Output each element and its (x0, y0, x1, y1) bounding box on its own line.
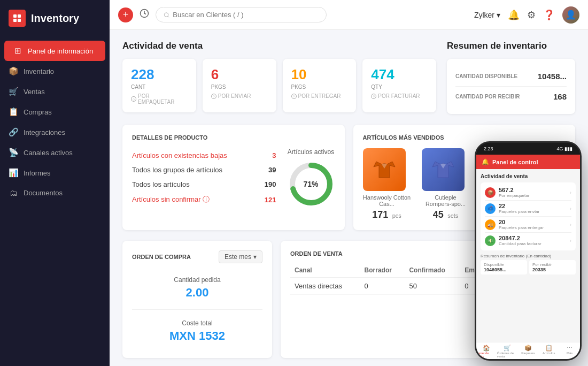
selling-item-qty-1: 45 sets (422, 209, 470, 220)
inv-label-available: CANTIDAD DISPONIBLE (455, 73, 517, 79)
stat-value-pack: 228 (131, 66, 188, 83)
svg-line-6 (168, 16, 169, 17)
pd-value-low-stock: 3 (272, 151, 276, 159)
sidebar-nav: ⊞ Panel de información 📦 Inventario 🛒 Ve… (0, 36, 110, 207)
stat-card-ship: 6 Pkgs ○ POR ENVIAR (203, 59, 276, 112)
sidebar-item-label: Documentos (24, 189, 63, 197)
sidebar-item-dashboard[interactable]: ⊞ Panel de información (4, 41, 105, 61)
selling-item-name-0: Hanswooly Cotton Cas... (363, 194, 411, 207)
main-area: + Zylker ▾ 🔔 ⚙ ❓ 👤 (110, 0, 588, 366)
stat-cards: 228 Cant ○ POR EMPAQUETAR 6 Pkgs ○ POR E… (122, 59, 436, 112)
integrations-icon: 🔗 (9, 127, 18, 137)
sales-activity-title: Actividad de venta (122, 41, 436, 51)
stat-unit-ship: Pkgs (211, 84, 268, 90)
po-cost-label: Coste total (132, 319, 262, 327)
pd-value-all: 190 (265, 180, 276, 188)
sidebar-item-integrations[interactable]: 🔗 Integraciones (0, 122, 110, 142)
product-details-card: DETALLES DE PRODUCTO Artículos con exist… (122, 125, 345, 230)
sidebar-item-label: Ventas (24, 88, 45, 96)
stat-card-deliver: 10 Pkgs ○ POR ENTREGAR (283, 59, 357, 112)
bottom-section: ORDEN DE COMPRA Este mes ▾ Cantidad pedi… (122, 241, 575, 358)
documents-icon: 🗂 (9, 188, 18, 197)
sidebar-item-reports[interactable]: 📊 Informes (0, 163, 110, 183)
user-dropdown-icon: ▾ (497, 11, 500, 19)
selling-items: Hanswooly Cotton Cas... 171 pcs (363, 148, 566, 220)
pd-value-unconfirmed: 121 (265, 196, 276, 204)
svg-rect-3 (18, 19, 21, 22)
active-items-label: Artículos activos (288, 148, 334, 156)
sidebar-item-documents[interactable]: 🗂 Documentos (0, 183, 110, 203)
sidebar-item-channels[interactable]: 📡 Canales activos (0, 142, 110, 163)
main-content: Actividad de venta 228 Cant ○ POR EMPAQU… (110, 30, 588, 366)
sidebar-item-sales[interactable]: 🛒 Ventas (0, 81, 110, 102)
channels-icon: 📡 (9, 148, 18, 157)
stat-sub-invoice: ○ POR FACTURAR (371, 93, 428, 99)
purchases-icon: 📋 (9, 107, 18, 117)
pd-label-low-stock[interactable]: Artículos con existencias bajas (132, 151, 227, 159)
top-selling-title: ARTÍCULOS MÁS VENDIDOS (363, 134, 566, 141)
user-menu[interactable]: Zylker ▾ (474, 11, 500, 19)
inventory-icon: 📦 (9, 66, 18, 76)
selling-item-1: Cutieple Rompers-spo... 45 sets (422, 148, 470, 220)
history-button[interactable] (140, 9, 149, 21)
po-filter-button[interactable]: Este mes ▾ (219, 250, 262, 263)
so-row-0: Ventas directas 0 50 0 0 (290, 278, 566, 295)
topbar: + Zylker ▾ 🔔 ⚙ ❓ 👤 (110, 0, 588, 30)
stat-value-ship: 6 (211, 66, 268, 83)
so-canal-0: Ventas directas (290, 278, 360, 295)
search-input[interactable] (173, 11, 319, 19)
stat-sub-ship: ○ POR ENVIAR (211, 93, 268, 99)
po-quantity: Cantidad pedida 2.00 (132, 271, 262, 305)
topbar-right: Zylker ▾ 🔔 ⚙ ❓ 👤 (474, 6, 579, 24)
so-title: ORDEN DE VENTA (290, 250, 566, 257)
pd-row-low-stock: Artículos con existencias bajas 3 (132, 148, 276, 163)
top-selling-card: ARTÍCULOS MÁS VENDIDOS Hanswooly Cotton … (353, 125, 576, 230)
search-bar[interactable] (156, 7, 327, 22)
so-col-borrador: Borrador (360, 263, 405, 278)
sidebar-item-inventory[interactable]: 📦 Inventario (0, 61, 110, 81)
svg-point-5 (164, 12, 168, 17)
notifications-icon[interactable]: 🔔 (508, 9, 520, 21)
add-button[interactable]: + (118, 7, 133, 22)
stat-unit-pack: Cant (131, 84, 188, 90)
po-divider (132, 309, 262, 310)
so-enviado-0: 0 (524, 278, 566, 295)
pd-right: Artículos activos 71% (287, 148, 335, 208)
inv-row-available: CANTIDAD DISPONIBLE 10458... (455, 66, 567, 87)
stat-value-deliver: 10 (291, 66, 348, 83)
selling-item-0: Hanswooly Cotton Cas... 171 pcs (363, 148, 411, 220)
help-icon[interactable]: ❓ (543, 9, 555, 21)
reports-icon: 📊 (9, 168, 18, 178)
pd-label-unconfirmed[interactable]: Artículos sin confirmar ⓘ (132, 195, 210, 204)
donut-chart: 71% (287, 160, 335, 208)
sidebar-item-label: Integraciones (24, 128, 65, 136)
user-avatar[interactable]: 👤 (562, 6, 579, 24)
so-col-confirmado: Confirmado (405, 263, 460, 278)
dashboard-icon: ⊞ (13, 46, 22, 56)
inv-value-available: 10458... (538, 72, 567, 81)
inventory-summary: Resumen de inventario CANTIDAD DISPONIBL… (447, 41, 575, 114)
po-header: ORDEN DE COMPRA Este mes ▾ (132, 250, 262, 263)
pd-row-groups: Todos los grupos de artículos 39 (132, 163, 276, 177)
mid-section: DETALLES DE PRODUCTO Artículos con exist… (122, 125, 575, 230)
inv-label-receive: CANTIDAD POR RECIBIR (455, 94, 520, 100)
po-title: ORDEN DE COMPRA (132, 254, 191, 260)
po-qty-label: Cantidad pedida (132, 276, 262, 284)
purchase-order-card: ORDEN DE COMPRA Este mes ▾ Cantidad pedi… (122, 241, 272, 358)
so-col-enviado: Enviado (524, 263, 566, 278)
sidebar-item-label: Compras (24, 108, 52, 116)
top-section: Actividad de venta 228 Cant ○ POR EMPAQU… (122, 41, 575, 114)
settings-icon[interactable]: ⚙ (527, 9, 536, 21)
selling-item-unit-1: sets (447, 212, 458, 219)
selling-item-qty-0: 171 pcs (363, 209, 411, 220)
sidebar-item-label: Panel de información (28, 47, 93, 55)
pd-row-unconfirmed: Artículos sin confirmar ⓘ 121 (132, 192, 276, 208)
sales-order-card: ORDEN DE VENTA Canal Borrador Confirmado… (281, 241, 575, 358)
donut-percent-label: 71% (303, 180, 318, 188)
sidebar-item-label: Informes (24, 169, 51, 177)
po-cost: Coste total MXN 1532 (132, 314, 262, 348)
sidebar-item-label: Inventario (24, 67, 54, 75)
pd-row-all: Todos los artículos 190 (132, 177, 276, 192)
logo-icon (9, 10, 26, 27)
sidebar-item-purchases[interactable]: 📋 Compras (0, 102, 110, 122)
